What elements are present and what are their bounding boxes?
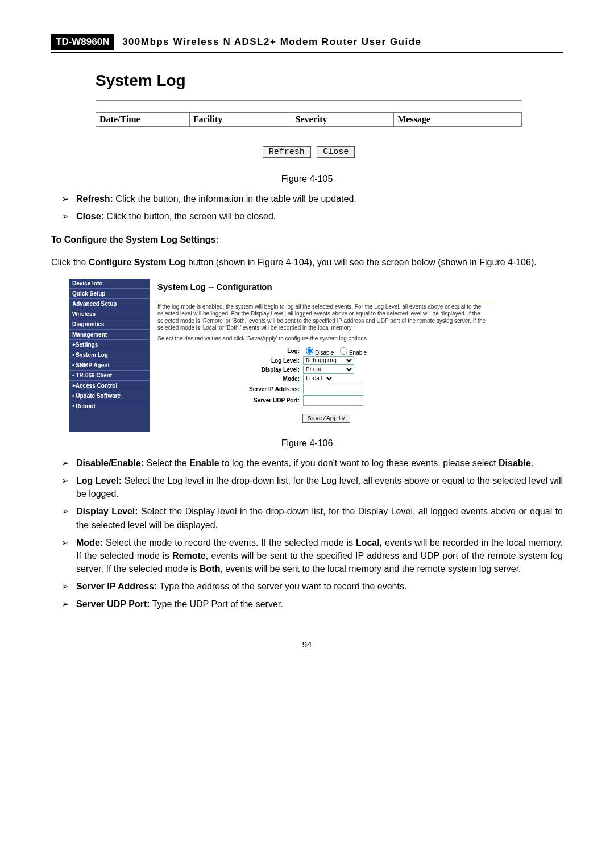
nav-reboot[interactable]: • Reboot	[69, 401, 150, 432]
figure-4-106: Device Info Quick Setup Advanced Setup W…	[68, 278, 501, 433]
nav-system-log[interactable]: • System Log	[69, 350, 150, 360]
bullet-display-level: Display Level: Select the Display level …	[61, 505, 563, 531]
text: Select the mode to record the events. If…	[103, 538, 356, 547]
label: Log Level:	[76, 476, 122, 485]
nav-device-info[interactable]: Device Info	[69, 279, 150, 289]
text: Type the UDP Port of the server.	[150, 599, 283, 609]
syslog-heading: System Log	[96, 72, 522, 90]
header-rule	[51, 52, 563, 53]
text: Type the address of the server you want …	[157, 582, 406, 591]
bullet-mode: Mode: Select the mode to record the even…	[61, 536, 563, 576]
divider	[96, 100, 522, 101]
section-paragraph: Click the Configure System Log button (s…	[51, 256, 563, 269]
label: Server IP Address:	[76, 582, 157, 591]
col-message: Message	[394, 113, 522, 127]
bullet-server-ip: Server IP Address: Type the address of t…	[61, 580, 563, 593]
save-apply-button[interactable]: Save/Apply	[302, 414, 350, 423]
label-displevel: Display Level:	[157, 367, 303, 373]
model-badge: TD-W8960N	[51, 34, 114, 50]
col-date: Date/Time	[96, 113, 190, 127]
config-title: System Log -- Configuration	[157, 282, 495, 301]
config-instruction: Select the desired values and click 'Sav…	[157, 335, 495, 343]
label-mode: Mode:	[157, 376, 303, 382]
label: Server UDP Port:	[76, 599, 150, 609]
radio-enable[interactable]	[340, 347, 347, 355]
doc-header: TD-W8960N 300Mbps Wireless N ADSL2+ Mode…	[51, 34, 563, 50]
row-loglevel: Log Level: Debugging	[157, 356, 495, 365]
text: .	[531, 458, 533, 468]
close-button[interactable]: Close	[317, 146, 355, 158]
nav-diagnostics[interactable]: Diagnostics	[69, 319, 150, 330]
bullet-close: Close: Click the button, the screen will…	[61, 210, 563, 223]
nav-snmp-agent[interactable]: • SNMP Agent	[69, 360, 150, 371]
text: Select the	[144, 458, 189, 468]
text: Enable	[189, 458, 219, 468]
text: Select the Log level in the drop-down li…	[76, 476, 563, 499]
nav-update-software[interactable]: • Update Software	[69, 391, 150, 401]
nav-advanced-setup[interactable]: Advanced Setup	[69, 299, 150, 309]
nav-tr069[interactable]: • TR-069 Client	[69, 371, 150, 381]
refresh-button[interactable]: Refresh	[263, 146, 311, 158]
row-serverip: Server IP Address:	[157, 384, 495, 394]
config-panel: System Log -- Configuration If the log m…	[150, 279, 501, 432]
label-serverport: Server UDP Port:	[157, 397, 303, 404]
label: Display Level:	[76, 506, 138, 516]
sidebar-nav: Device Info Quick Setup Advanced Setup W…	[69, 279, 150, 432]
bullet-refresh: Refresh: Click the button, the informati…	[61, 192, 563, 205]
input-serverport[interactable]	[303, 395, 363, 406]
label: Disable/Enable:	[76, 458, 144, 468]
col-facility: Facility	[189, 113, 292, 127]
text: Select the Display level in the drop-dow…	[76, 506, 563, 529]
label: Refresh:	[76, 194, 113, 203]
input-serverip[interactable]	[303, 384, 363, 394]
col-severity: Severity	[292, 113, 394, 127]
figure-caption-106: Figure 4-106	[51, 438, 563, 448]
nav-wireless[interactable]: Wireless	[69, 309, 150, 319]
page-number: 94	[51, 639, 563, 649]
doc-title: 300Mbps Wireless N ADSL2+ Modem Router U…	[117, 36, 422, 48]
text: Disable	[499, 458, 531, 468]
radio-disable-label: Disable	[315, 350, 334, 356]
text: Click the button, the screen will be clo…	[104, 211, 276, 221]
label: Mode:	[76, 538, 103, 547]
syslog-table: Date/Time Facility Severity Message	[96, 112, 522, 127]
text: Remote	[172, 551, 206, 560]
text: , events will be sent to the local memor…	[220, 564, 521, 574]
radio-disable[interactable]	[306, 347, 313, 355]
row-mode: Mode: Local	[157, 375, 495, 383]
text: to log the events, if you don't want to …	[219, 458, 499, 468]
figure-4-105: System Log Date/Time Facility Severity M…	[81, 64, 533, 168]
config-desc: If the log mode is enabled, the system w…	[157, 304, 495, 332]
nav-quick-setup[interactable]: Quick Setup	[69, 289, 150, 299]
nav-settings[interactable]: +Settings	[69, 340, 150, 350]
nav-access-control[interactable]: +Access Control	[69, 381, 150, 391]
select-loglevel[interactable]: Debugging	[303, 356, 354, 365]
text: Both	[200, 564, 220, 574]
label-loglevel: Log Level:	[157, 358, 303, 364]
radio-enable-label: Enable	[349, 350, 367, 356]
text: Local,	[356, 538, 382, 547]
row-displevel: Display Level: Error	[157, 366, 495, 374]
bullet-disable-enable: Disable/Enable: Select the Enable to log…	[61, 456, 563, 470]
label-log: Log:	[157, 348, 303, 354]
bullet-server-port: Server UDP Port: Type the UDP Port of th…	[61, 597, 563, 610]
label-serverip: Server IP Address:	[157, 386, 303, 392]
select-mode[interactable]: Local	[303, 375, 334, 383]
text: Click the	[51, 258, 89, 267]
text: button (shown in Figure 4-104), you will…	[185, 258, 536, 267]
label: Close:	[76, 211, 104, 221]
figure-caption-105: Figure 4-105	[51, 174, 563, 184]
select-displevel[interactable]: Error	[303, 366, 354, 374]
bullet-log-level: Log Level: Select the Log level in the d…	[61, 474, 563, 500]
text: Configure System Log	[89, 258, 186, 267]
row-log: Log: Disable Enable	[157, 346, 495, 356]
text: Click the button, the information in the…	[113, 194, 356, 203]
nav-management[interactable]: Management	[69, 330, 150, 340]
table-header-row: Date/Time Facility Severity Message	[96, 113, 522, 127]
section-heading: To Configure the System Log Settings:	[51, 233, 563, 246]
row-serverport: Server UDP Port:	[157, 395, 495, 406]
